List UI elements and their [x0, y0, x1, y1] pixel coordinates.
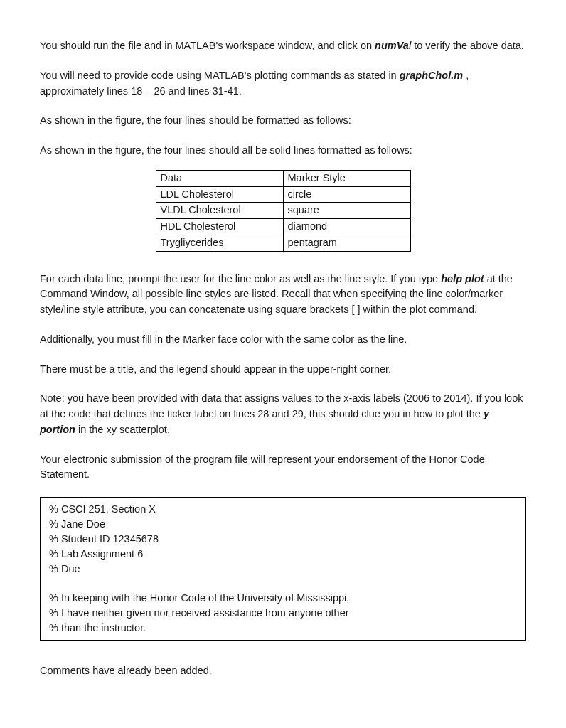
- paragraph-10: Comments have already been added.: [40, 663, 526, 679]
- table-cell: pentagram: [283, 235, 410, 251]
- code-blank-line: [49, 577, 517, 591]
- paragraph-2: You will need to provide code using MATL…: [40, 68, 526, 100]
- paragraph-3: As shown in the figure, the four lines s…: [40, 113, 526, 129]
- code-line: % than the instructor.: [49, 621, 517, 636]
- code-line: % Lab Assignment 6: [49, 547, 517, 562]
- code-line: % Jane Doe: [49, 517, 517, 532]
- code-line: % In keeping with the Honor Code of the …: [49, 591, 517, 606]
- table-cell: circle: [283, 186, 410, 203]
- table-row: VLDL Cholesterol square: [156, 203, 410, 219]
- text: Note: you have been provided with data t…: [40, 392, 523, 419]
- table-row: Data Marker Style: [156, 170, 410, 186]
- marker-table-wrap: Data Marker Style LDL Cholesterol circle…: [40, 170, 526, 252]
- table-cell: LDL Cholesterol: [156, 186, 283, 203]
- table-row: LDL Cholesterol circle: [156, 186, 410, 203]
- table-header-data: Data: [156, 170, 283, 186]
- table-cell: VLDL Cholesterol: [156, 203, 283, 219]
- table-cell: square: [283, 203, 410, 219]
- text: You will need to provide code using MATL…: [40, 70, 400, 81]
- code-line: % CSCI 251, Section X: [49, 502, 517, 517]
- table-row: Trygliycerides pentagram: [156, 235, 410, 251]
- code-line: % Student ID 12345678: [49, 532, 517, 547]
- text: in the xy scatterplot.: [75, 424, 170, 435]
- emphasis-help-plot: help plot: [441, 273, 484, 284]
- emphasis-numval: numVa: [375, 40, 409, 51]
- paragraph-7: There must be a title, and the legend sh…: [40, 362, 526, 378]
- table-row: HDL Cholesterol diamond: [156, 219, 410, 235]
- paragraph-6: Additionally, you must fill in the Marke…: [40, 332, 526, 348]
- text: to verify the above data.: [411, 40, 524, 51]
- paragraph-8: Note: you have been provided with data t…: [40, 391, 526, 437]
- table-cell: diamond: [283, 219, 410, 235]
- paragraph-4: As shown in the figure, the four lines s…: [40, 143, 526, 159]
- text: You should run the file and in MATLAB's …: [40, 40, 375, 51]
- paragraph-5: For each data line, prompt the user for …: [40, 272, 526, 318]
- marker-style-table: Data Marker Style LDL Cholesterol circle…: [156, 170, 411, 252]
- document-page: You should run the file and in MATLAB's …: [0, 0, 566, 707]
- paragraph-9: Your electronic submission of the progra…: [40, 452, 526, 483]
- table-cell: Trygliycerides: [156, 235, 283, 251]
- code-line: % Due: [49, 562, 517, 577]
- emphasis-graphchol: graphChol.m: [400, 70, 463, 81]
- code-line: % I have neither given nor received assi…: [49, 606, 517, 621]
- honor-code-box: % CSCI 251, Section X % Jane Doe % Stude…: [40, 497, 526, 641]
- table-cell: HDL Cholesterol: [156, 219, 283, 235]
- table-header-marker: Marker Style: [283, 170, 410, 186]
- paragraph-1: You should run the file and in MATLAB's …: [40, 38, 526, 54]
- text: For each data line, prompt the user for …: [40, 273, 441, 284]
